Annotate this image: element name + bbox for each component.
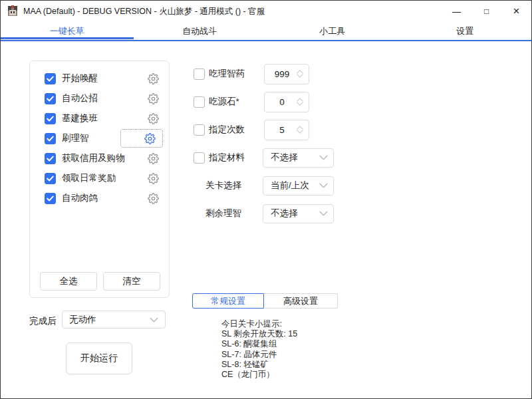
clear-button[interactable]: 清空 [103,272,160,291]
check-icon [47,196,54,201]
remaining-sanity-dropdown[interactable]: 不选择 [263,204,334,223]
focus-outline [120,129,163,148]
checkbox-checked[interactable] [45,133,56,144]
stepper-value[interactable]: 0 [265,97,297,107]
task-row-daily-rewards: 领取日常奖励 [30,168,169,188]
task-label[interactable]: 刷理智 [62,132,89,144]
minimize-icon: — [452,7,461,17]
row-label: 关卡选择 [205,180,241,192]
gear-icon[interactable] [147,72,159,84]
row-label[interactable]: 指定次数 [209,124,245,136]
tab-label: 设置 [456,25,473,37]
task-label[interactable]: 自动肉鸽 [62,192,98,204]
chevron-down-icon [319,183,328,188]
main-tab-bar: 一键长草 自动战斗 小工具 设置 [1,22,531,41]
tip-line: SL 剩余开放天数: 15 [221,329,297,339]
checkbox-checked[interactable] [45,73,56,84]
row-specified-times: 指定次数 5 [194,116,336,144]
task-row-credit-shopping: 获取信用及购物 [30,148,169,168]
gear-icon-focused[interactable] [144,132,156,144]
spinner-updown-icon[interactable] [297,126,303,134]
row-label[interactable]: 指定材料 [209,152,245,164]
gear-icon[interactable] [147,92,159,104]
chevron-down-icon [319,155,328,160]
window-controls: — □ × [442,1,531,22]
settings-sub-tabs: 常规设置 高级设置 [192,293,338,309]
dropdown-value: 当前/上次 [271,180,309,192]
task-label[interactable]: 开始唤醒 [62,72,98,84]
tab-general-settings[interactable]: 常规设置 [192,293,264,309]
title-bar: MAA (Default) - DEBUG VERSION - 火山旅梦 - 通… [1,1,531,22]
row-use-originite: 吃源石* 0 [194,88,336,116]
window-title: MAA (Default) - DEBUG VERSION - 火山旅梦 - 通… [23,6,265,17]
close-button[interactable]: × [501,1,531,22]
checkbox-unchecked[interactable] [194,124,205,136]
check-icon [47,136,54,142]
task-label[interactable]: 领取日常奖励 [62,172,116,184]
after-complete-label: 完成后 [29,315,57,327]
originite-stepper[interactable]: 0 [264,92,309,112]
task-label[interactable]: 自动公招 [62,92,98,104]
row-label[interactable]: 吃理智药 [209,68,245,80]
close-icon: × [513,5,520,18]
times-stepper[interactable]: 5 [264,120,309,140]
spinner-down-icon[interactable] [297,102,303,106]
tab-one-click-farming[interactable]: 一键长草 [1,22,134,41]
tab-label: 一键长草 [50,25,84,37]
tab-auto-battle[interactable]: 自动战斗 [134,22,267,41]
checkbox-checked[interactable] [45,113,56,124]
material-dropdown[interactable]: 不选择 [263,148,334,168]
tab-settings[interactable]: 设置 [399,22,532,41]
tip-line: SL-6: 酮凝集组 [221,339,297,349]
gear-icon[interactable] [147,152,159,164]
row-specified-material: 指定材料 不选择 [194,144,336,172]
task-label[interactable]: 获取信用及购物 [62,152,125,164]
task-row-wake-up: 开始唤醒 [30,68,169,88]
task-row-base-shift: 基建换班 [30,108,169,128]
tab-strip-underline [1,40,531,41]
spinner-updown-icon[interactable] [297,70,303,78]
gear-icon[interactable] [147,192,159,204]
spinner-down-icon[interactable] [297,130,303,134]
tab-advanced-settings[interactable]: 高级设置 [264,293,338,309]
maximize-icon: □ [484,7,489,16]
checkbox-unchecked[interactable] [194,68,205,80]
checkbox-unchecked[interactable] [194,152,205,164]
spinner-down-icon[interactable] [297,74,303,78]
checkbox-checked[interactable] [45,153,56,164]
select-all-button[interactable]: 全选 [40,272,97,291]
gear-icon[interactable] [147,112,159,124]
maximize-button[interactable]: □ [471,1,501,22]
tab-small-tools[interactable]: 小工具 [266,22,399,41]
stepper-value[interactable]: 5 [265,125,297,135]
task-label[interactable]: 基建换班 [62,112,98,124]
start-run-button[interactable]: 开始运行 [66,342,132,374]
row-label: 剩余理智 [205,207,241,219]
tip-line: SL-7: 晶体元件 [221,350,297,360]
gear-icon[interactable] [147,172,159,184]
tab-label: 小工具 [319,25,345,37]
check-icon [47,116,54,122]
sanity-potion-stepper[interactable]: 999 [264,64,309,84]
stage-tips: 今日关卡小提示: SL 剩余开放天数: 15 SL-6: 酮凝集组 SL-7: … [221,319,297,380]
row-label[interactable]: 吃源石* [209,96,239,108]
stepper-value[interactable]: 999 [265,69,297,79]
checkbox-unchecked[interactable] [194,96,205,108]
row-use-sanity-potion: 吃理智药 999 [194,60,336,88]
checkbox-checked[interactable] [45,193,56,204]
checkbox-checked[interactable] [45,93,56,104]
checkbox-checked[interactable] [45,173,56,184]
dropdown-value: 不选择 [271,152,298,164]
spinner-updown-icon[interactable] [297,98,303,106]
dropdown-value: 无动作 [69,314,96,326]
tip-line: 今日关卡小提示: [221,319,297,329]
task-row-farm-sanity: 刷理智 [30,128,169,148]
task-row-auto-recruit: 自动公招 [30,88,169,108]
minimize-button[interactable]: — [442,1,471,22]
chevron-down-icon [319,211,328,216]
after-complete-dropdown[interactable]: 无动作 [62,311,166,329]
chevron-down-icon [150,317,158,323]
tip-line: CE（龙门币） [221,370,297,380]
row-stage-select: 关卡选择 当前/上次 [194,172,336,200]
stage-dropdown[interactable]: 当前/上次 [263,176,334,196]
